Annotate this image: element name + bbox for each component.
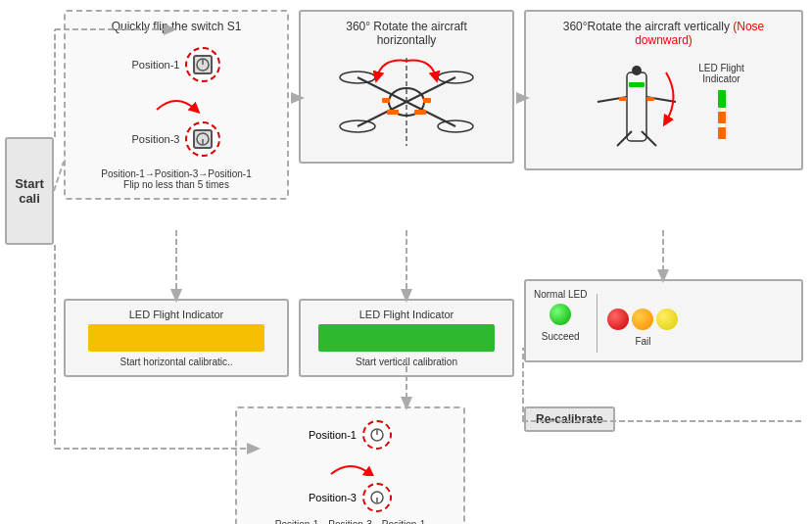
bottom-pos-content: Position-1 Position-3 Position-1→Positio… <box>245 416 455 524</box>
dot-green <box>549 304 571 325</box>
led2-label: LED Flight Indicator <box>359 309 454 320</box>
step1-desc: Position-1→Position-3→Position-1 Flip no… <box>73 168 279 190</box>
bottom-arrow-svg <box>326 456 375 476</box>
pos3-row: Position-3 <box>132 121 221 157</box>
svg-rect-14 <box>387 110 399 115</box>
start-cali-label: Start cali <box>15 176 44 206</box>
svg-rect-15 <box>414 110 426 115</box>
led3-box: Normal LED Succeed Fail <box>524 279 803 362</box>
step3-box: 360°Rotate the aircraft vertically (Nose… <box>524 10 803 170</box>
bottom-pos3-row: Position-3 <box>309 483 392 512</box>
drone-illustration <box>328 53 485 151</box>
fail-group: Fail <box>607 289 678 347</box>
svg-line-22 <box>642 131 656 146</box>
step3-led-column: LED Flight Indicator <box>698 63 744 147</box>
bottom-pos-desc: Position-1→Position-3→Position-1 Flip on… <box>275 519 425 524</box>
svg-rect-27 <box>718 90 726 108</box>
pos1-row: Position-1 <box>132 47 221 82</box>
bottom-pos3-icon <box>362 483 392 512</box>
normal-led-label: Normal LED <box>534 289 587 300</box>
step3-led-label: LED Flight Indicator <box>698 63 744 84</box>
dot-red-1 <box>607 309 629 330</box>
start-cali-box: Start cali <box>5 137 54 245</box>
succeed-group: Normal LED Succeed <box>534 289 587 342</box>
fail-label: Fail <box>635 336 650 347</box>
succeed-dots <box>549 304 571 325</box>
pos1-switch-icon <box>185 47 220 82</box>
svg-rect-16 <box>382 98 390 103</box>
svg-rect-28 <box>718 112 726 123</box>
step3-title: 360°Rotate the aircraft vertically (Nose… <box>534 20 793 47</box>
led1-bar <box>88 324 264 352</box>
step1-box: Quickly flip the switch S1 Position-1 Po… <box>64 10 289 200</box>
svg-rect-17 <box>423 98 431 103</box>
recalibrate-label: Re-calibrate <box>536 412 603 426</box>
bottom-pos1-row: Position-1 <box>309 420 392 450</box>
step1-title: Quickly flip the switch S1 <box>73 20 279 33</box>
step3-title-main: 360°Rotate the aircraft vertically <box>563 20 730 33</box>
pos1-label: Position-1 <box>132 59 180 71</box>
step2-title: 360° Rotate the aircraft horizontally <box>309 20 504 47</box>
recalibrate-box[interactable]: Re-calibrate <box>524 406 615 432</box>
led2-caption: Start vertical calibration <box>356 357 457 367</box>
dot-orange-1 <box>632 309 653 330</box>
switch-arrow-svg <box>147 90 206 114</box>
bottom-pos1-icon <box>362 420 392 450</box>
svg-line-34 <box>54 162 64 191</box>
bottom-pos1-label: Position-1 <box>309 429 357 441</box>
svg-point-23 <box>632 66 642 75</box>
fail-dots <box>607 309 678 330</box>
svg-rect-24 <box>629 82 645 87</box>
bottom-position-box: Position-1 Position-3 Position-1→Positio… <box>235 406 465 524</box>
step3-content: LED Flight Indicator <box>534 53 793 161</box>
pos1-switch-inner <box>193 55 213 74</box>
pos3-switch-icon <box>185 121 220 157</box>
pos3-label: Position-3 <box>132 133 180 145</box>
led2-box: LED Flight Indicator Start vertical cali… <box>299 299 514 377</box>
step1-illustration: Position-1 Position-3 <box>73 39 279 165</box>
bottom-pos3-label: Position-3 <box>309 492 357 503</box>
led3-divider <box>597 294 597 353</box>
svg-rect-25 <box>646 97 654 101</box>
dot-yellow-1 <box>656 309 678 330</box>
succeed-label: Succeed <box>542 331 580 342</box>
pos3-switch-inner <box>193 129 213 149</box>
aircraft-vertical-illustration <box>583 53 691 161</box>
svg-rect-29 <box>718 127 726 139</box>
step2-box: 360° Rotate the aircraft horizontally <box>299 10 514 164</box>
step3-led-bars <box>712 88 732 147</box>
led1-caption: Start horizontal calibratic.. <box>119 357 232 367</box>
led1-box: LED Flight Indicator Start horizontal ca… <box>64 299 289 377</box>
svg-rect-26 <box>619 97 627 101</box>
led2-bar <box>318 324 495 352</box>
svg-line-21 <box>617 131 632 146</box>
led1-label: LED Flight Indicator <box>129 309 224 320</box>
